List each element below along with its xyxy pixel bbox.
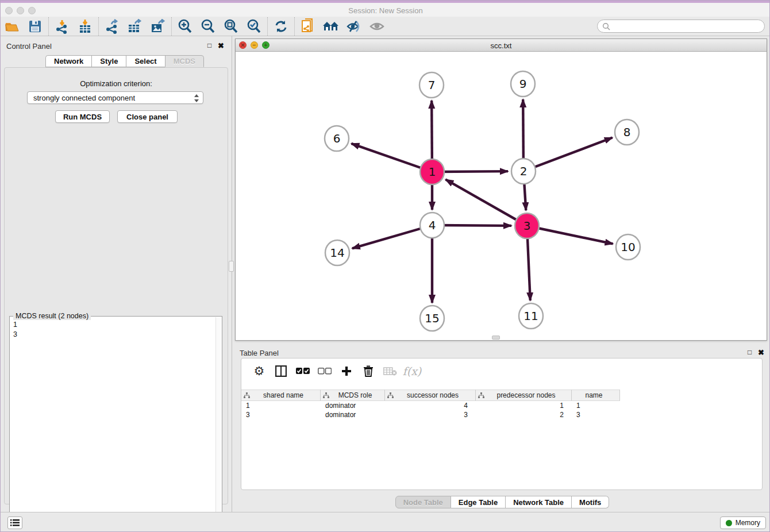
tab-edge-table[interactable]: Edge Table [451,496,506,508]
import-network-icon [55,19,70,34]
network-canvas[interactable]: 7968124314101511 [236,52,767,340]
export-table-icon [127,19,143,34]
column-header-name[interactable]: name [572,390,620,401]
edge-2-8[interactable] [523,138,613,171]
import-table-button[interactable] [74,18,97,35]
split-panel-icon [275,365,287,377]
toolbar-separator [48,17,49,36]
status-bar: Memory [1,512,770,532]
table-tabs: Node Table Edge Table Network Table Moti… [234,496,770,508]
network-window-title: scc.txt [236,41,767,50]
zoom-in-button[interactable] [174,18,197,35]
task-history-button[interactable] [7,516,22,529]
search-input[interactable] [610,22,764,31]
select-all-icon [296,368,310,375]
control-panel-header: Control Panel □ ✖ [1,41,232,52]
tab-select[interactable]: Select [126,55,164,67]
node-label-15: 15 [425,311,439,325]
column-header-mcds-role[interactable]: MCDS role [321,390,385,401]
table-row[interactable]: 1 dominator 4 1 1 [241,401,762,410]
cell-name[interactable]: 3 [572,410,620,419]
edge-3-10[interactable] [527,226,613,244]
export-image-button[interactable] [147,18,170,35]
network-hscrollbar-handle[interactable] [492,336,500,340]
memory-button[interactable]: Memory [720,516,766,529]
float-table-panel-icon[interactable]: □ [748,348,752,356]
tab-node-table[interactable]: Node Table [395,496,451,508]
home-icon [322,20,340,33]
split-panel-button[interactable] [270,363,292,380]
select-all-button[interactable] [292,363,314,380]
node-label-10: 10 [621,240,635,254]
mcds-result-title: MCDS result (2 nodes) [13,312,91,320]
search-field[interactable] [597,20,765,33]
cell-predecessor-nodes[interactable]: 2 [476,410,572,419]
delete-column-button[interactable] [357,363,379,380]
tab-style[interactable]: Style [91,55,126,67]
hierarchy-icon [323,392,329,399]
result-line: 1 [13,320,17,330]
export-table-button[interactable] [124,18,147,35]
network-window-titlebar[interactable]: ✕ − + scc.txt [236,39,767,52]
cell-successor-nodes[interactable]: 4 [385,401,476,410]
table-settings-button[interactable]: ⚙ [248,363,270,380]
cell-shared-name[interactable]: 1 [241,401,321,410]
duplicate-network-button[interactable] [297,18,319,35]
deselect-all-button[interactable] [314,363,336,380]
cell-predecessor-nodes[interactable]: 1 [476,401,572,410]
criterion-select[interactable]: strongly connected component [27,91,203,104]
column-header-predecessor-nodes[interactable]: predecessor nodes [476,390,572,401]
tab-motifs[interactable]: Motifs [572,496,609,508]
cell-successor-nodes[interactable]: 3 [385,410,476,419]
export-image-icon [150,19,166,34]
function-builder-button[interactable]: f(x) [401,363,423,380]
float-panel-icon[interactable]: □ [207,41,211,49]
zoom-fit-icon [224,19,238,34]
network-view-window: ✕ − + scc.txt 7968124314101511 [235,38,767,341]
close-panel-button[interactable]: Close panel [117,110,178,123]
cell-mcds-role[interactable]: dominator [321,410,385,419]
control-panel-tabs: Network Style Select MCDS [45,55,204,67]
apply-layout-button[interactable] [270,18,292,35]
table-panel-title: Table Panel [240,349,279,357]
run-mcds-button[interactable]: Run MCDS [55,110,110,123]
column-header-successor-nodes[interactable]: successor nodes [385,390,476,401]
delete-table-button[interactable] [379,363,401,380]
network-graph[interactable]: 7968124314101511 [236,52,767,340]
cell-name[interactable]: 1 [572,401,620,410]
close-table-panel-icon[interactable]: ✖ [758,348,764,357]
toolbar-separator [98,17,99,36]
toolbar-separator [294,17,295,36]
plus-icon [341,366,352,376]
tab-network[interactable]: Network [45,55,91,67]
edge-3-1[interactable] [445,179,527,226]
home-button[interactable] [319,18,342,35]
hide-selected-button[interactable] [342,18,365,35]
result-line: 3 [13,330,17,340]
add-column-button[interactable] [336,363,357,380]
cell-shared-name[interactable]: 3 [241,410,321,419]
toolbar-separator [267,17,268,36]
search-icon [602,22,610,30]
open-session-button[interactable] [1,18,24,35]
node-label-4: 4 [429,218,436,232]
import-network-button[interactable] [51,18,74,35]
zoom-out-button[interactable] [197,18,220,35]
save-session-button[interactable] [24,18,47,35]
tab-network-table[interactable]: Network Table [506,496,572,508]
column-header-shared-name[interactable]: shared name [241,390,321,401]
import-table-icon [78,19,93,34]
panel-splitter-handle[interactable] [229,261,234,272]
close-panel-icon[interactable]: ✖ [218,41,224,50]
cell-mcds-role[interactable]: dominator [321,401,385,410]
tab-mcds[interactable]: MCDS [165,55,204,67]
show-hidden-button[interactable] [365,18,388,35]
app-titlebar: Session: New Session [1,3,770,17]
export-network-button[interactable] [101,18,124,35]
result-scrollbar[interactable] [215,317,221,532]
zoom-fit-button[interactable] [220,18,242,35]
zoom-selected-button[interactable] [242,18,265,35]
table-row[interactable]: 3 dominator 3 2 3 [241,410,762,419]
mcds-result-text[interactable]: 1 3 [13,320,17,340]
criterion-value: strongly connected component [33,94,135,102]
